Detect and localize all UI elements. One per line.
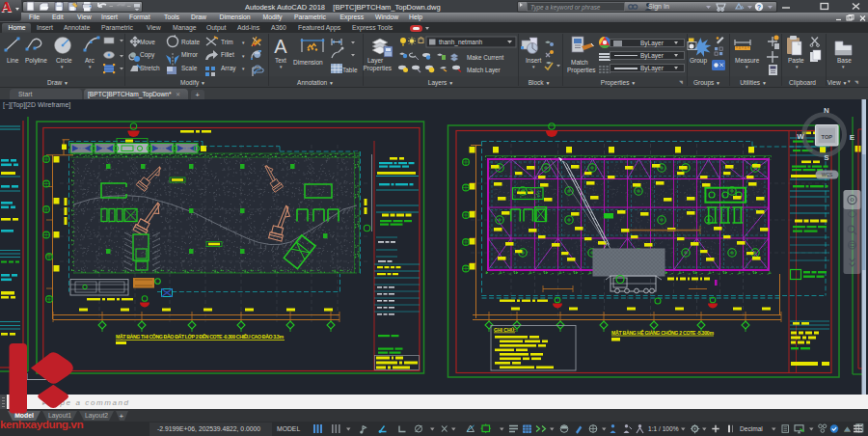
svg-text:MẶT BẰNG HỆ GIẰNG CHỐNG 2 COTE: MẶT BẰNG HỆ GIẰNG CHỐNG 2 COTE -5.300m — [611, 329, 714, 336]
svg-text:A: A — [274, 36, 287, 57]
svg-text:thanh_netmanh: thanh_netmanh — [439, 39, 483, 46]
svg-text:1:1 / 100%: 1:1 / 100% — [648, 425, 679, 432]
svg-text:MẶT BẰNG THI CÔNG ĐÀO ĐẤT LỚP: MẶT BẰNG THI CÔNG ĐÀO ĐẤT LỚP 2 ĐẾN COTE… — [116, 333, 284, 340]
svg-text:W: W — [797, 132, 804, 141]
svg-text:Decimal: Decimal — [740, 425, 763, 432]
svg-text:?: ? — [757, 4, 761, 11]
svg-text:E: E — [850, 133, 855, 142]
svg-text:N: N — [824, 106, 829, 115]
svg-text:S: S — [824, 153, 829, 162]
svg-text:GHI CHÚ:: GHI CHÚ: — [494, 327, 516, 333]
svg-text:WCS: WCS — [822, 172, 833, 177]
svg-text:TOP: TOP — [822, 134, 833, 140]
